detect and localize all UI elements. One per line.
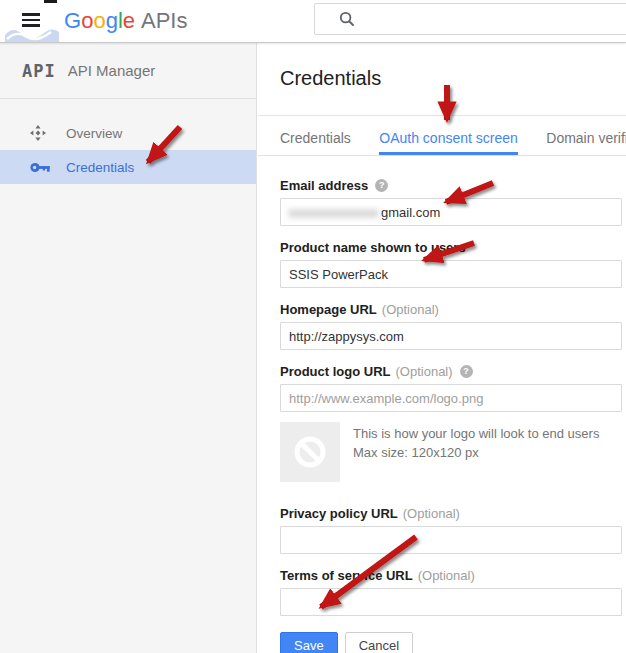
page-title: Credentials bbox=[280, 66, 626, 90]
optional-note: (Optional) bbox=[418, 568, 475, 583]
privacy-policy-url-input[interactable] bbox=[280, 526, 622, 554]
logo-preview-row: This is how your logo will look to end u… bbox=[280, 422, 622, 482]
email-visible-text: gmail.com bbox=[381, 205, 440, 220]
email-field-group: Email address ? xxxxxxxxxxxx gmail.com bbox=[280, 178, 622, 226]
product-name-input[interactable] bbox=[280, 260, 622, 288]
product-logo-url-label: Product logo URL bbox=[280, 364, 391, 379]
logo-preview-help-text: This is how your logo will look to end u… bbox=[353, 422, 599, 482]
terms-of-service-url-input[interactable] bbox=[280, 588, 622, 616]
terms-field-group: Terms of service URL (Optional) bbox=[280, 568, 622, 616]
sidebar-item-credentials[interactable]: Credentials bbox=[0, 150, 256, 184]
sidebar-nav: Overview Credentials bbox=[0, 99, 256, 184]
tab-domain-verification[interactable]: Domain verification bbox=[546, 130, 626, 155]
tab-oauth-consent-screen[interactable]: OAuth consent screen bbox=[379, 130, 518, 155]
overview-move-icon bbox=[30, 125, 50, 141]
page-header: Credentials bbox=[258, 43, 626, 116]
search-icon bbox=[339, 11, 355, 27]
key-icon bbox=[30, 161, 50, 174]
google-logo-word: Google bbox=[64, 8, 135, 33]
logo-preview-line2: Max size: 120x120 px bbox=[353, 445, 599, 460]
sidebar-product-header[interactable]: API API Manager bbox=[0, 43, 256, 99]
sidebar-item-label: Credentials bbox=[66, 160, 134, 175]
optional-note: (Optional) bbox=[382, 302, 439, 317]
logo-apis-text: APIs bbox=[141, 8, 187, 33]
oauth-consent-form: Email address ? xxxxxxxxxxxx gmail.com P… bbox=[280, 178, 622, 653]
tab-bar: Credentials OAuth consent screen Domain … bbox=[258, 116, 626, 156]
product-name-field-group: Product name shown to users bbox=[280, 240, 622, 288]
email-redacted-blur: xxxxxxxxxxxx bbox=[289, 205, 379, 220]
logo-preview-box bbox=[280, 422, 340, 482]
optional-note: (Optional) bbox=[403, 506, 460, 521]
sidebar-item-label: Overview bbox=[66, 126, 122, 141]
window-fragment bbox=[44, 0, 57, 3]
email-field[interactable]: xxxxxxxxxxxx gmail.com bbox=[280, 198, 622, 226]
google-apis-logo: GoogleAPIs bbox=[64, 8, 187, 34]
privacy-field-group: Privacy policy URL (Optional) bbox=[280, 506, 622, 554]
save-button[interactable]: Save bbox=[280, 632, 338, 653]
email-label: Email address bbox=[280, 178, 368, 193]
homepage-field-group: Homepage URL (Optional) bbox=[280, 302, 622, 350]
privacy-policy-url-label: Privacy policy URL bbox=[280, 506, 398, 521]
logo-preview-line1: This is how your logo will look to end u… bbox=[353, 426, 599, 441]
optional-note: (Optional) bbox=[396, 364, 453, 379]
homepage-url-label: Homepage URL bbox=[280, 302, 377, 317]
main-content: Credentials Credentials OAuth consent sc… bbox=[258, 43, 626, 653]
tab-credentials[interactable]: Credentials bbox=[280, 130, 351, 155]
sidebar-item-overview[interactable]: Overview bbox=[0, 116, 256, 150]
sidebar: API API Manager Overview bbox=[0, 43, 257, 653]
cancel-button[interactable]: Cancel bbox=[345, 632, 413, 653]
search-bar[interactable] bbox=[314, 3, 626, 35]
product-name-label: API Manager bbox=[68, 62, 156, 79]
menu-hamburger-icon[interactable] bbox=[22, 13, 40, 29]
form-actions: Save Cancel bbox=[280, 632, 622, 653]
help-icon[interactable]: ? bbox=[375, 179, 388, 192]
product-name-label: Product name shown to users bbox=[280, 240, 466, 255]
terms-of-service-url-label: Terms of service URL bbox=[280, 568, 413, 583]
logo-url-field-group: Product logo URL (Optional) ? bbox=[280, 364, 622, 412]
top-app-bar: GoogleAPIs bbox=[0, 0, 626, 43]
no-image-blocked-icon bbox=[292, 434, 328, 470]
homepage-url-input[interactable] bbox=[280, 322, 622, 350]
search-input[interactable] bbox=[365, 11, 595, 27]
help-icon[interactable]: ? bbox=[460, 365, 473, 378]
product-logo-url-input[interactable] bbox=[280, 384, 622, 412]
api-product-icon: API bbox=[22, 61, 56, 81]
